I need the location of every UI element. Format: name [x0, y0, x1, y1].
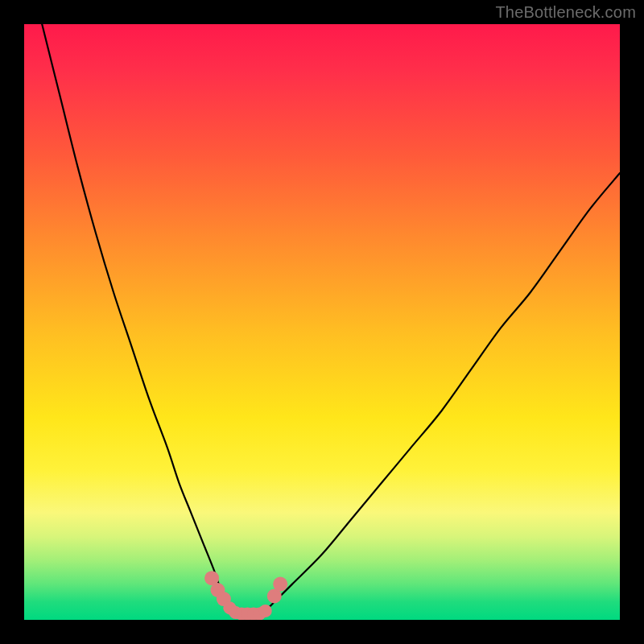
curve-left: [42, 24, 233, 614]
chart-overlay: [24, 24, 620, 620]
curve-right: [262, 173, 620, 614]
marker-dot: [273, 577, 287, 592]
chart-plot-area: [24, 24, 620, 620]
marker-group: [204, 571, 287, 620]
watermark-text: TheBottleneck.com: [495, 3, 636, 22]
marker-dot: [259, 605, 272, 617]
chart-frame: TheBottleneck.com: [0, 0, 644, 644]
